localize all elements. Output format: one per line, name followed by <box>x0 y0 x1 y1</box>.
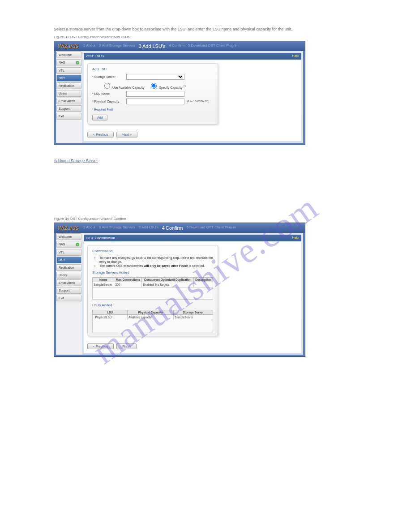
use-available-radio[interactable]: Use Available Capacity <box>102 82 144 89</box>
sidebar-item-label: NAS <box>59 61 65 64</box>
breadcrumb-step-add-lsu-s[interactable]: 3 Add LSU's <box>139 43 166 49</box>
sidebar: WelcomeNAS✓VTLOSTReplicationUsersEmail A… <box>56 51 82 143</box>
sidebar-item-label: OST <box>59 77 65 80</box>
lsus-added-table: LSUPhysical CapacityStorage Server _Phys… <box>92 310 213 332</box>
sidebar-item-label: Support <box>59 107 70 110</box>
wizard-header: Wizards 1 About2 Add Storage Servers3 Ad… <box>54 223 305 233</box>
cross-ref: Adding a Storage Server <box>54 159 375 163</box>
card-section-header: Confirmation <box>92 249 213 253</box>
servers-added-header: Storage Servers Added <box>92 270 213 275</box>
figure-label-1: Figure 33 OST Configuration Wizard: Add … <box>54 35 375 39</box>
help-link[interactable]: Help <box>292 54 299 58</box>
panel-title-text: OST LSU's <box>86 54 104 58</box>
check-icon: ✓ <box>76 243 79 246</box>
table-cell: 300 <box>114 282 142 287</box>
sidebar-item-label: Support <box>59 289 70 292</box>
breadcrumb-step-add-storage-servers[interactable]: 2 Add Storage Servers <box>99 43 135 49</box>
table-header: Concurrent Optimized Duplication <box>142 277 194 282</box>
table-cell: Available capacity <box>127 314 173 320</box>
physical-capacity-input[interactable] <box>126 99 184 104</box>
wizard-header: Wizards 1 About2 Add Storage Servers3 Ad… <box>54 41 305 51</box>
breadcrumb-step-confirm[interactable]: 4 Confirm <box>169 43 184 49</box>
sidebar-item-label: Email Alerts <box>59 99 75 103</box>
confirmation-card: Confirmation To make any changes, go bac… <box>87 245 218 336</box>
previous-button[interactable]: < Previous <box>87 132 114 137</box>
sidebar-item-welcome[interactable]: Welcome <box>56 233 81 240</box>
help-link[interactable]: Help <box>292 236 299 240</box>
sidebar-item-support[interactable]: Support <box>56 105 81 112</box>
sidebar-item-vtl[interactable]: VTL <box>56 67 81 74</box>
table-cell: _PhysicalLSU <box>93 314 128 320</box>
sidebar-item-label: NAS <box>59 243 65 246</box>
sidebar-item-label: Welcome <box>59 235 72 238</box>
storage-server-select[interactable] <box>126 74 184 80</box>
table-cell: SampleServer <box>93 282 114 287</box>
sidebar: WelcomeNAS✓VTLOSTReplicationUsersEmail A… <box>56 233 82 355</box>
description-1: Select a storage server from the drop-do… <box>54 27 375 32</box>
specify-capacity-radio[interactable]: Specify Capacity *? <box>149 82 186 89</box>
table-header: Physical Capacity <box>127 310 173 314</box>
table-header: Description <box>194 277 213 282</box>
sidebar-item-nas[interactable]: NAS✓ <box>56 241 81 248</box>
wizard-window-add-lsu: Wizards 1 About2 Add Storage Servers3 Ad… <box>54 41 305 145</box>
sidebar-item-emailalerts[interactable]: Email Alerts <box>56 98 81 104</box>
breadcrumb-step-download-ost-client-plug-in[interactable]: 5 Download OST Client Plug-in <box>186 225 235 231</box>
sidebar-item-welcome[interactable]: Welcome <box>56 51 81 58</box>
sidebar-item-label: Email Alerts <box>59 281 75 284</box>
sidebar-item-label: Users <box>59 92 67 95</box>
sidebar-item-label: Exit <box>59 296 64 300</box>
wizard-window-confirm: Wizards 1 About2 Add Storage Servers3 Ad… <box>54 223 305 357</box>
panel-title-text: OST Confirmation <box>86 236 115 240</box>
table-header: LSU <box>93 310 128 314</box>
required-field-note: * Required Field <box>92 108 213 111</box>
breadcrumb-step-add-lsu-s[interactable]: 3 Add LSU's <box>139 225 158 231</box>
previous-button[interactable]: < Previous <box>87 343 114 349</box>
sidebar-item-ost[interactable]: OST <box>56 257 81 263</box>
sidebar-item-exit[interactable]: Exit <box>56 113 81 120</box>
breadcrumb-step-confirm[interactable]: 4 Confirm <box>162 225 183 231</box>
lsu-name-input[interactable] <box>126 91 184 97</box>
sidebar-item-users[interactable]: Users <box>56 90 81 97</box>
add-button[interactable]: Add <box>92 115 107 120</box>
confirmation-bullet: The current OST wizard entries will only… <box>99 264 213 268</box>
wizards-logo: Wizards <box>58 43 79 49</box>
sidebar-item-label: VTL <box>59 251 64 254</box>
add-lsu-card: Add LSU * Storage Server Use Available C… <box>87 63 218 124</box>
sidebar-item-label: Exit <box>59 115 64 118</box>
lsus-added-header: LSUs Added <box>92 303 213 307</box>
sidebar-item-label: Welcome <box>59 53 72 56</box>
sidebar-item-label: Replication <box>59 266 74 269</box>
sidebar-item-users[interactable]: Users <box>56 272 81 279</box>
sidebar-item-nas[interactable]: NAS✓ <box>56 59 81 66</box>
breadcrumb-step-about[interactable]: 1 About <box>83 225 95 231</box>
breadcrumb-step-add-storage-servers[interactable]: 2 Add Storage Servers <box>99 225 135 231</box>
wizards-logo: Wizards <box>58 225 79 231</box>
sidebar-item-replication[interactable]: Replication <box>56 264 81 271</box>
table-header: Storage Server <box>174 310 213 314</box>
adding-storage-server-link[interactable]: Adding a Storage Server <box>54 159 98 163</box>
confirmation-bullet: To make any changes, go back to the corr… <box>99 256 213 264</box>
sidebar-item-label: Users <box>59 274 67 277</box>
sidebar-item-label: VTL <box>59 69 64 72</box>
card-section-header: Add LSU <box>92 67 213 71</box>
next-button[interactable]: Next > <box>116 132 137 137</box>
sidebar-item-ost[interactable]: OST <box>56 75 81 82</box>
sidebar-item-replication[interactable]: Replication <box>56 82 81 89</box>
sidebar-item-vtl[interactable]: VTL <box>56 249 81 256</box>
breadcrumb: 1 About2 Add Storage Servers3 Add LSU's4… <box>83 225 236 231</box>
breadcrumb-step-about[interactable]: 1 About <box>83 43 95 49</box>
panel-title: OST Confirmation Help <box>84 235 301 241</box>
sidebar-item-label: OST <box>59 258 65 262</box>
sidebar-item-exit[interactable]: Exit <box>56 295 81 301</box>
table-cell <box>194 282 213 287</box>
breadcrumb-step-download-ost-client-plug-in[interactable]: 5 Download OST Client Plug-in <box>188 43 237 49</box>
lsu-name-label: LSU Name <box>94 92 110 95</box>
table-cell: SampleServer <box>174 314 213 320</box>
sidebar-item-support[interactable]: Support <box>56 287 81 294</box>
table-cell: Enabled, No Targets <box>142 282 194 287</box>
physical-capacity-label: Physical Capacity <box>94 100 119 103</box>
figure-label-2: Figure 34 OST Configuration Wizard: Conf… <box>54 217 375 221</box>
table-header: Name <box>93 277 114 282</box>
finish-button[interactable]: Finish <box>116 343 137 349</box>
sidebar-item-emailalerts[interactable]: Email Alerts <box>56 279 81 286</box>
